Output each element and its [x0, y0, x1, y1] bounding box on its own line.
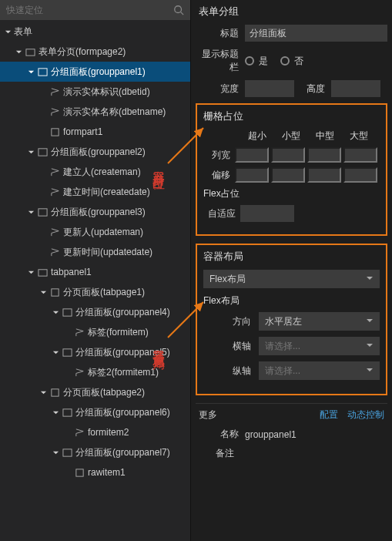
show-title-label: 显示标题栏: [196, 48, 245, 74]
tree-createman[interactable]: 建立人(createman): [0, 162, 190, 182]
search-icon[interactable]: [173, 5, 184, 15]
container-layout-box: 容器布局 Flex布局 Flex布局 方向 水平居左 横轴 请选择... 纵轴 …: [196, 244, 387, 395]
tree-formitem[interactable]: 标签(formitem): [0, 322, 190, 342]
hax-label: 横轴: [203, 340, 259, 353]
tree-formpart1[interactable]: formpart1: [0, 122, 190, 142]
tree-root[interactable]: 表单: [0, 22, 190, 42]
row-remark: 备注: [196, 447, 387, 460]
tree-dbetname[interactable]: 演示实体名称(dbetname): [0, 102, 190, 122]
row-direction: 方向 水平居左: [203, 312, 380, 331]
tree-label: 建立时间(createdate): [63, 186, 150, 199]
caret-none: [63, 468, 72, 477]
caret-down-icon: [26, 67, 35, 76]
col-width-label: 列宽: [203, 149, 235, 162]
search-bar: [0, 0, 190, 20]
tree-label: 分组面板(grouppanel5): [75, 346, 170, 359]
svg-rect-4: [51, 128, 58, 135]
chevron-down-icon: [366, 274, 374, 284]
tree-label: 更新时间(updatedate): [63, 246, 152, 259]
dir-select[interactable]: 水平居左: [259, 312, 380, 331]
panel-icon: [37, 207, 48, 217]
tree-label: 更新人(updateman): [63, 226, 143, 239]
vax-select[interactable]: 请选择...: [259, 361, 380, 380]
colwidth-md[interactable]: [307, 147, 341, 163]
col-md: 中型: [308, 129, 342, 143]
tree-tabpanel1[interactable]: tabpanel1: [0, 262, 190, 282]
colwidth-sm[interactable]: [271, 147, 305, 163]
field-icon: [49, 186, 60, 197]
dir-value: 水平居左: [265, 315, 302, 328]
col-xs: 超小: [240, 129, 274, 143]
vax-placeholder: 请选择...: [265, 365, 300, 378]
tree-grouppanel7[interactable]: 分组面板(grouppanel7): [0, 442, 190, 462]
tree-formpage2[interactable]: 表单分页(formpage2): [0, 42, 190, 62]
link-config[interactable]: 配置: [320, 408, 338, 422]
chevron-down-icon: [366, 365, 374, 376]
offset-lg[interactable]: [343, 167, 377, 183]
tree-rawitem1[interactable]: rawitem1: [0, 462, 190, 482]
tree-grouppanel4[interactable]: 分组面板(grouppanel4): [0, 302, 190, 322]
page-icon: [49, 287, 60, 297]
tree-formitem2[interactable]: formitem2: [0, 422, 190, 442]
radio-no[interactable]: [280, 56, 290, 66]
caret-down-icon: [26, 147, 35, 156]
colwidth-xs[interactable]: [235, 147, 269, 163]
tree-label: 标签2(formitem1): [88, 366, 159, 379]
svg-rect-9: [62, 308, 71, 315]
tree-updateman[interactable]: 更新人(updateman): [0, 222, 190, 242]
colwidth-lg[interactable]: [343, 147, 377, 163]
panel-icon: [62, 407, 72, 418]
caret-none: [39, 247, 48, 257]
hax-select[interactable]: 请选择...: [259, 337, 380, 355]
tree-tabpage1[interactable]: 分页面板(tabpage1): [0, 282, 190, 302]
field-icon: [49, 166, 60, 177]
tree-dbetid[interactable]: 演示实体标识(dbetid): [0, 82, 190, 102]
tree-label: 表单分页(formpage2): [39, 45, 126, 59]
tree-label: 分组面板(grouppanel1): [51, 66, 146, 79]
caret-down-icon: [39, 287, 48, 297]
row-show-title: 显示标题栏 是 否: [196, 48, 387, 74]
tree-grouppanel1[interactable]: 分组面板(grouppanel1): [0, 62, 190, 82]
grid-occupy-box: 栅格占位 超小 小型 中型 大型 列宽 偏移 Flex占位 自适应: [196, 103, 387, 236]
radio-yes[interactable]: [245, 56, 254, 66]
tree-grouppanel6[interactable]: 分组面板(grouppanel6): [0, 402, 190, 422]
tree-label: 分组面板(grouppanel2): [51, 146, 146, 159]
width-input[interactable]: [245, 80, 294, 97]
link-dynamic[interactable]: 动态控制: [347, 408, 384, 422]
tree-label: formitem2: [88, 427, 129, 438]
offset-xs[interactable]: [235, 167, 269, 183]
panel-icon: [37, 146, 48, 157]
caret-none: [39, 187, 48, 197]
caret-none: [39, 87, 48, 96]
tree-grouppanel2[interactable]: 分组面板(grouppanel2): [0, 142, 190, 162]
width-label: 宽度: [196, 82, 245, 96]
panel-icon: [62, 347, 72, 358]
svg-line-1: [181, 12, 184, 15]
chevron-down-icon: [366, 316, 374, 327]
caret-none: [39, 167, 48, 176]
name-label: 名称: [196, 428, 245, 441]
layout-type-select[interactable]: Flex布局: [203, 270, 380, 288]
tree-updatedate[interactable]: 更新时间(updatedate): [0, 242, 190, 262]
search-input[interactable]: [6, 5, 173, 15]
caret-down-icon: [51, 348, 60, 357]
height-label: 高度: [294, 82, 331, 96]
tree-grouppanel3[interactable]: 分组面板(grouppanel3): [0, 202, 190, 222]
tree-grouppanel5[interactable]: 分组面板(grouppanel5): [0, 342, 190, 362]
col-lg: 大型: [342, 129, 376, 143]
tree-label: 演示实体标识(dbetid): [63, 86, 150, 99]
svg-rect-6: [38, 208, 46, 215]
caret-down-icon: [51, 448, 60, 457]
field-icon: [74, 367, 85, 378]
tree-createdate[interactable]: 建立时间(createdate): [0, 182, 190, 202]
radio-yes-label: 是: [259, 55, 268, 68]
tree-tabpage2[interactable]: 分页面板(tabpage2): [0, 382, 190, 402]
offset-sm[interactable]: [271, 167, 305, 183]
height-input[interactable]: [331, 80, 380, 97]
offset-md[interactable]: [307, 167, 341, 183]
tree-formitem1[interactable]: 标签2(formitem1): [0, 362, 190, 382]
svg-rect-14: [75, 469, 82, 475]
auto-input[interactable]: [240, 205, 294, 222]
title-input[interactable]: [245, 25, 387, 42]
tree-label: 标签(formitem): [88, 326, 149, 339]
